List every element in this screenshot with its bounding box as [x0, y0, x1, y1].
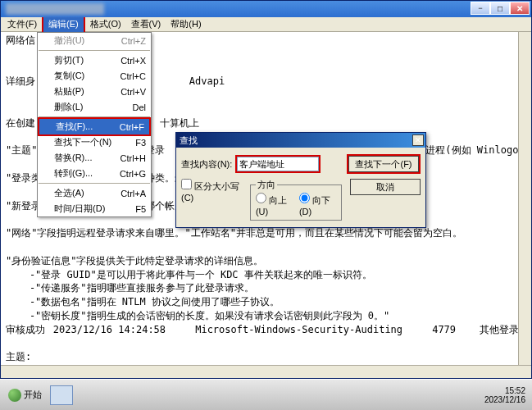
dd-paste[interactable]: 粘贴(P)Ctrl+V: [38, 84, 151, 99]
direction-legend: 方向: [256, 179, 277, 191]
minimize-button[interactable]: －: [471, 2, 490, 15]
menu-edit[interactable]: 编辑(E): [42, 15, 85, 34]
cancel-button[interactable]: 取消: [350, 179, 421, 195]
find-close-button[interactable]: ✕: [412, 134, 424, 146]
direction-group: 方向 向上(U) 向下(D): [250, 179, 342, 221]
menu-format[interactable]: 格式(O): [85, 16, 126, 32]
dd-datetime[interactable]: 时间/日期(D)F5: [38, 201, 151, 216]
matchcase-check[interactable]: 区分大小写(C): [181, 179, 242, 203]
close-button[interactable]: ✕: [510, 2, 530, 15]
dd-delete[interactable]: 删除(L)Del: [38, 99, 151, 115]
menu-view[interactable]: 查看(V): [126, 16, 166, 32]
maximize-button[interactable]: □: [490, 2, 510, 15]
dd-goto[interactable]: 转到(G)...Ctrl+G: [38, 166, 151, 181]
notepad-window: － □ ✕ 文件(F) 编辑(E) 格式(O) 查看(V) 帮助(H) 撤消(U…: [0, 0, 532, 379]
menubar: 文件(F) 编辑(E) 格式(O) 查看(V) 帮助(H): [1, 17, 531, 32]
find-title: 查找: [180, 134, 198, 147]
menu-help[interactable]: 帮助(H): [166, 16, 206, 32]
dd-copy[interactable]: 复制(C)Ctrl+C: [38, 68, 151, 84]
find-next-wrap: 查找下一个(F): [347, 154, 421, 174]
find-input[interactable]: [237, 157, 319, 171]
edit-dropdown: 撤消(U)Ctrl+Z 剪切(T)Ctrl+X 复制(C)Ctrl+C 粘贴(P…: [37, 32, 152, 217]
menu-file[interactable]: 文件(F): [2, 16, 42, 32]
find-titlebar[interactable]: 查找 ✕: [176, 133, 425, 148]
start-orb-icon: [8, 389, 21, 402]
find-next-button[interactable]: 查找下一个(F): [348, 156, 419, 172]
dd-find[interactable]: 查找(F)...Ctrl+F: [38, 117, 151, 136]
dir-up[interactable]: 向上(U): [256, 193, 293, 216]
vertical-scrollbar[interactable]: [518, 32, 531, 365]
dd-undo[interactable]: 撤消(U)Ctrl+Z: [38, 33, 151, 48]
horizontal-scrollbar[interactable]: [1, 365, 531, 378]
dd-replace[interactable]: 替换(R)...Ctrl+H: [38, 150, 151, 166]
taskbar-app-button[interactable]: [50, 385, 73, 405]
start-button[interactable]: 开始: [3, 387, 47, 403]
find-input-wrap: [235, 155, 321, 173]
find-dialog: 查找 ✕ 查找内容(N): 查找下一个(F) 区分大小写(C) 方向 向上(U): [175, 132, 426, 228]
system-tray[interactable]: 15:52 2023/12/16: [481, 386, 529, 404]
dd-cut[interactable]: 剪切(T)Ctrl+X: [38, 52, 151, 68]
tray-time: 15:52: [484, 386, 525, 395]
find-label: 查找内容(N):: [181, 158, 232, 171]
dir-down[interactable]: 向下(D): [299, 193, 336, 216]
dd-findnext[interactable]: 查找下一个(N)F3: [38, 134, 151, 150]
titlebar[interactable]: － □ ✕: [1, 1, 531, 17]
taskbar: 开始 15:52 2023/12/16: [0, 379, 532, 410]
dd-selectall[interactable]: 全选(A)Ctrl+A: [38, 185, 151, 201]
tray-date: 2023/12/16: [484, 395, 525, 404]
title-text-blurred: [6, 3, 104, 15]
